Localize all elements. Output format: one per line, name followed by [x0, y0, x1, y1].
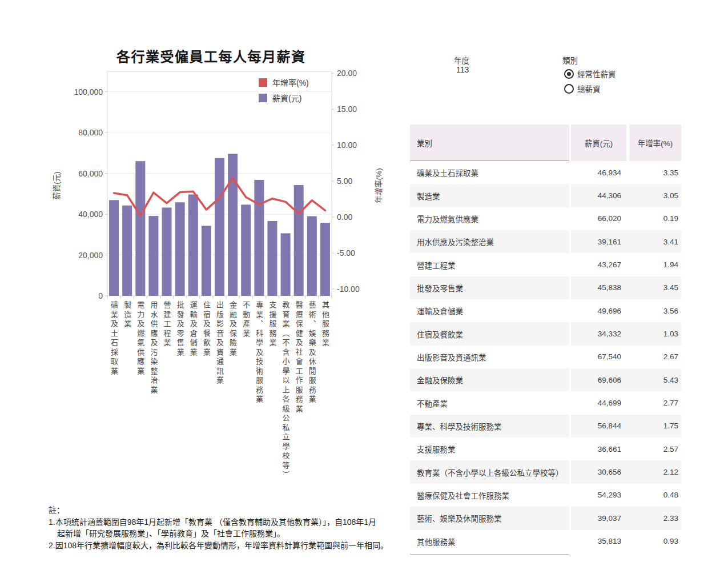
legend-item[interactable]: 年增率(%): [259, 77, 309, 88]
salary-bar[interactable]: [202, 226, 211, 296]
footnote-line: 2.因108年行業擴增幅度較大，為利比較各年變動情形，年增率資料計算行業範圍與前…: [49, 540, 388, 552]
salary-bar[interactable]: [241, 204, 251, 296]
growth-rate-cell: 2.33: [626, 507, 681, 529]
salary-cell: 35,813: [571, 530, 626, 553]
radio-dot: [567, 72, 571, 76]
table-row[interactable]: 支援服務業36,6612.57: [410, 437, 681, 460]
category-filter: 經常性薪資總薪資: [564, 68, 616, 94]
table-row[interactable]: 電力及燃氣供應業66,0200.19: [410, 207, 681, 230]
left-axis-title: 薪資(元): [50, 165, 62, 206]
salary-bar[interactable]: [215, 158, 224, 296]
salary-cell: 66,020: [571, 207, 626, 230]
growth-rate-cell: 0.19: [626, 207, 681, 230]
x-axis-label: 出版影音及資通訊業: [215, 301, 224, 386]
table-row[interactable]: 專業、科學及技術服務業56,8441.75: [410, 415, 681, 437]
salary-bar[interactable]: [188, 194, 198, 296]
table-header-cell[interactable]: 薪資(元): [571, 125, 626, 161]
growth-rate-cell: 0.48: [626, 484, 681, 507]
salary-bar[interactable]: [254, 180, 264, 296]
industry-name-cell: 礦業及土石採取業: [410, 161, 569, 184]
growth-rate-cell: 3.45: [626, 276, 681, 299]
footnote-line: 註：: [49, 504, 388, 516]
left-axis-tick-label: 20,000: [78, 251, 103, 260]
salary-cell: 46,934: [571, 161, 626, 184]
salary-bar[interactable]: [320, 223, 330, 296]
salary-cell: 43,267: [571, 253, 626, 276]
growth-rate-cell: 1.75: [626, 415, 681, 437]
table-header-cell[interactable]: 年增率(%): [629, 125, 681, 161]
legend-swatch-icon: [259, 94, 267, 102]
x-axis-label: 支援服務業: [267, 301, 277, 348]
table-row[interactable]: 運輸及倉儲業49,6963.56: [410, 299, 681, 322]
growth-rate-cell: 5.43: [626, 368, 681, 391]
table-row[interactable]: 金融及保險業69,6065.43: [410, 368, 681, 391]
salary-bar[interactable]: [122, 206, 132, 296]
industry-name-cell: 出版影音及資通訊業: [410, 346, 569, 368]
salary-bar[interactable]: [135, 161, 145, 296]
right-axis-tick-label: 15.00: [337, 105, 357, 114]
table-header-row: 業別薪資(元)年增率(%): [410, 125, 681, 161]
salary-bar[interactable]: [175, 202, 185, 296]
salary-cell: 54,293: [571, 484, 626, 507]
left-axis-tick-label: 80,000: [78, 128, 103, 137]
table-row[interactable]: 出版影音及資通訊業67,5402.67: [410, 346, 681, 368]
table-row[interactable]: 製造業44,3063.05: [410, 184, 681, 207]
growth-rate-cell: 3.56: [626, 299, 681, 322]
category-filter-label: 類別: [562, 54, 578, 66]
salary-bar[interactable]: [294, 185, 304, 296]
industry-name-cell: 其他服務業: [410, 530, 569, 553]
footnotes: 註：1.本項統計涵蓋範圍自98年1月起新增「教育業 （僅含教育輔助及其他教育業）…: [49, 504, 388, 551]
x-axis-label: 批發及零售業: [175, 301, 185, 358]
radio-unselected-icon: [564, 84, 574, 94]
salary-bar[interactable]: [267, 221, 277, 296]
table-row[interactable]: 教育業（不含小學以上各級公私立學校等）30,6562.12: [410, 460, 681, 483]
salary-bar[interactable]: [162, 207, 172, 296]
industry-name-cell: 電力及燃氣供應業: [410, 207, 569, 230]
table-bottom-rule: [410, 554, 569, 555]
legend-label: 年增率(%): [272, 77, 309, 88]
year-parameter-label: 年度: [454, 54, 469, 66]
chart-legend: 年增率(%)薪資(元): [259, 77, 309, 103]
salary-bar[interactable]: [307, 216, 317, 296]
x-axis-label: 住宿及餐飲業: [202, 301, 211, 358]
right-axis-title: 年增率(%): [372, 165, 384, 206]
growth-rate-cell: 3.35: [626, 161, 681, 184]
salary-cell: 49,696: [571, 299, 626, 322]
industry-table: 業別薪資(元)年增率(%)礦業及土石採取業46,9343.35製造業44,306…: [410, 125, 681, 553]
radio-total-salary[interactable]: 總薪資: [564, 83, 616, 94]
table-row[interactable]: 醫療保健及社會工作服務業54,2930.48: [410, 484, 681, 507]
radio-regular-salary[interactable]: 經常性薪資: [564, 68, 616, 79]
industry-name-cell: 不動產業: [410, 391, 569, 414]
salary-bar[interactable]: [109, 200, 119, 296]
x-axis-label: 教育業（不含小學以上各級公私立學校等）: [281, 301, 291, 480]
salary-cell: 30,656: [571, 460, 626, 483]
table-row[interactable]: 用水供應及污染整治業39,1613.41: [410, 230, 681, 253]
right-axis-tick-label: -10.00: [337, 284, 360, 294]
x-axis-label: 不動產業: [241, 301, 251, 339]
table-row[interactable]: 其他服務業35,8130.93: [410, 530, 681, 553]
growth-rate-cell: 0.93: [626, 530, 681, 553]
industry-name-cell: 運輸及倉儲業: [410, 299, 569, 322]
legend-item[interactable]: 薪資(元): [259, 92, 309, 103]
x-axis-label: 運輸及倉儲業: [188, 301, 198, 358]
salary-cell: 69,606: [571, 368, 626, 391]
table-row[interactable]: 批發及零售業45,8383.45: [410, 276, 681, 299]
salary-bar[interactable]: [148, 216, 158, 296]
year-parameter-value[interactable]: 113: [456, 65, 469, 74]
x-axis-label: 金融及保險業: [228, 301, 238, 358]
table-row[interactable]: 藝術、娛樂及休閒服務業39,0372.33: [410, 507, 681, 529]
legend-label: 薪資(元): [272, 92, 301, 103]
x-axis-label: 製造業: [122, 301, 132, 330]
salary-bar[interactable]: [228, 154, 238, 296]
salary-cell: 34,332: [571, 322, 626, 345]
industry-name-cell: 藝術、娛樂及休閒服務業: [410, 507, 569, 529]
table-header-cell[interactable]: 業別: [410, 125, 569, 161]
x-axis-label: 礦業及土石採取業: [109, 301, 119, 376]
table-row[interactable]: 營建工程業43,2671.94: [410, 253, 681, 276]
industry-name-cell: 金融及保險業: [410, 368, 569, 391]
left-axis-tick-label: 60,000: [78, 169, 103, 178]
table-row[interactable]: 住宿及餐飲業34,3321.03: [410, 322, 681, 345]
table-row[interactable]: 不動產業44,6992.77: [410, 391, 681, 414]
table-row[interactable]: 礦業及土石採取業46,9343.35: [410, 161, 681, 184]
salary-bar[interactable]: [281, 233, 291, 296]
